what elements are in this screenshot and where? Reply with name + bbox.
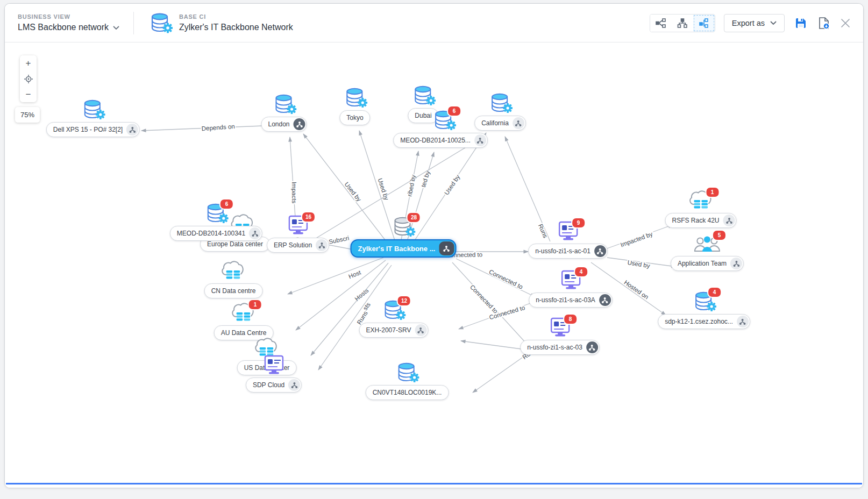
node-meod-db2014-10025[interactable]: 6MEOD-DB2014-10025... bbox=[393, 109, 488, 148]
node-london[interactable]: London bbox=[261, 92, 307, 132]
expand-relationships-button[interactable] bbox=[737, 316, 749, 327]
node-application-team[interactable]: 5Application Team bbox=[671, 233, 744, 271]
cloud-icon: 1 bbox=[230, 302, 257, 327]
base-ci-label: BASE CI bbox=[179, 13, 293, 20]
monitor-icon bbox=[261, 354, 286, 379]
node-label: Zylker's IT Backbone ... bbox=[358, 245, 439, 253]
node-label: CN Data centre bbox=[211, 287, 256, 295]
expand-relationships-button[interactable] bbox=[294, 118, 305, 130]
file-download-icon bbox=[818, 17, 830, 30]
node-erp-solution[interactable]: 16ERP Solution bbox=[267, 215, 329, 253]
save-icon bbox=[794, 17, 807, 30]
relationship-map-canvas[interactable]: Depends onImpactsUsed byUsed byribed byt… bbox=[5, 42, 863, 488]
expand-relationships-button[interactable] bbox=[730, 258, 742, 269]
database-icon bbox=[343, 86, 367, 112]
base-ci-title: Zylker's IT Backbone Network bbox=[179, 23, 293, 32]
export-image-button[interactable] bbox=[817, 16, 831, 31]
node-pill[interactable]: ERP Solution bbox=[267, 238, 329, 253]
node-exh-2007-srv[interactable]: 12EXH-2007-SRV bbox=[359, 298, 429, 338]
business-view-selector[interactable]: LMS Backbone network bbox=[18, 23, 119, 32]
node-pill[interactable]: EXH-2007-SRV bbox=[359, 323, 429, 338]
cloud-icon bbox=[220, 260, 247, 285]
node-label: Europe Data center bbox=[207, 240, 263, 248]
hierarchical-layout-icon[interactable] bbox=[672, 15, 693, 32]
export-as-label: Export as bbox=[732, 19, 765, 27]
expand-relationships-button[interactable] bbox=[594, 245, 606, 257]
zoom-in-button[interactable]: + bbox=[20, 55, 37, 71]
node-pill[interactable]: n-ussfo-zi1-s-ac-01 bbox=[528, 244, 608, 259]
database-icon bbox=[411, 84, 436, 110]
monitor-icon: 9 bbox=[556, 220, 580, 245]
node-pill[interactable]: CN Data centre bbox=[204, 283, 263, 298]
node-tokyo[interactable]: Tokyo bbox=[339, 86, 370, 125]
close-button[interactable] bbox=[839, 17, 851, 29]
node-pill[interactable]: CN0VT148LOC0019K... bbox=[366, 385, 449, 400]
save-button[interactable] bbox=[793, 16, 808, 31]
node-dell-xps-15[interactable]: Dell XPS 15 - PO# 32[2] bbox=[46, 98, 140, 137]
database-icon bbox=[488, 91, 513, 117]
node-sdp-cloud[interactable]: SDP Cloud bbox=[246, 354, 302, 393]
node-au-data-centre[interactable]: 1AU Data Centre bbox=[214, 302, 274, 340]
node-pill[interactable]: Zylker's IT Backbone ... bbox=[351, 239, 457, 258]
fit-to-screen-button[interactable] bbox=[20, 71, 37, 87]
expand-relationships-button[interactable] bbox=[513, 117, 524, 129]
node-pill[interactable]: MEOD-DB2014-10025... bbox=[393, 133, 488, 148]
node-pill[interactable]: RSFS Rack 42U bbox=[665, 213, 736, 228]
close-icon bbox=[841, 18, 850, 28]
expand-relationships-button[interactable] bbox=[415, 324, 426, 336]
node-cn0vt148loc0019k[interactable]: CN0VT148LOC0019K... bbox=[366, 361, 449, 400]
node-pill[interactable]: MEOD-DB2014-100341 bbox=[170, 226, 262, 241]
database-icon: 6 bbox=[204, 202, 229, 227]
node-n-ussfo-zi1-s-ac-03[interactable]: 8n-ussfo-zi1-s-ac-03 bbox=[520, 317, 600, 355]
header: BUSINESS VIEW LMS Backbone network bbox=[5, 4, 863, 42]
node-sdp-k12-1[interactable]: 4sdp-k12-1.csez.zohoc... bbox=[658, 290, 750, 329]
node-pill[interactable]: Dell XPS 15 - PO# 32[2] bbox=[46, 122, 140, 137]
bottom-accent-bar bbox=[6, 483, 862, 484]
business-view-value: LMS Backbone network bbox=[18, 23, 109, 32]
node-label: sdp-k12-1.csez.zohoc... bbox=[665, 318, 737, 325]
node-n-ussfo-zi1-s-ac-03a[interactable]: 4n-ussfo-zi1-s-ac-03A bbox=[529, 269, 613, 308]
node-pill[interactable]: sdp-k12-1.csez.zohoc... bbox=[658, 314, 750, 329]
expand-relationships-button[interactable] bbox=[586, 341, 598, 353]
force-directed-layout-icon[interactable] bbox=[650, 15, 672, 32]
node-label: California bbox=[481, 119, 513, 127]
node-label: RSFS Rack 42U bbox=[672, 217, 723, 224]
node-n-ussfo-zi1-s-ac-01[interactable]: 9n-ussfo-zi1-s-ac-01 bbox=[528, 220, 608, 259]
business-view-block: BUSINESS VIEW LMS Backbone network bbox=[18, 13, 119, 32]
node-label: SDP Cloud bbox=[253, 381, 288, 389]
node-zylker-it-backbone[interactable]: 28Zylker's IT Backbone ... bbox=[351, 215, 457, 258]
node-rsfs-rack-42u[interactable]: 1RSFS Rack 42U bbox=[665, 190, 736, 228]
node-label: n-ussfo-zi1-s-ac-03 bbox=[527, 344, 586, 351]
relationship-count-badge: 16 bbox=[301, 211, 316, 223]
node-pill[interactable]: SDP Cloud bbox=[246, 377, 302, 393]
zoom-level-indicator: 75% bbox=[15, 107, 40, 123]
zoom-out-button[interactable]: − bbox=[20, 87, 37, 102]
database-icon: 6 bbox=[431, 109, 456, 134]
node-pill[interactable]: n-ussfo-zi1-s-ac-03 bbox=[520, 340, 600, 355]
node-cn-data-centre[interactable]: CN Data centre bbox=[204, 260, 263, 298]
node-pill[interactable]: London bbox=[261, 117, 307, 132]
expand-relationships-button[interactable] bbox=[126, 124, 138, 136]
relationship-count-badge: 4 bbox=[707, 287, 722, 298]
node-pill[interactable]: California bbox=[474, 116, 526, 131]
expand-relationships-button[interactable] bbox=[439, 241, 454, 255]
zoom-panel: + − bbox=[20, 55, 37, 102]
node-pill[interactable]: Tokyo bbox=[339, 110, 370, 125]
expand-relationships-button[interactable] bbox=[316, 239, 328, 251]
expand-relationships-button[interactable] bbox=[474, 134, 486, 146]
database-icon bbox=[395, 361, 419, 387]
expand-relationships-button[interactable] bbox=[723, 215, 735, 226]
expand-relationships-button[interactable] bbox=[599, 294, 611, 306]
expand-relationships-button[interactable] bbox=[288, 379, 300, 391]
radial-layout-icon[interactable] bbox=[693, 15, 715, 32]
node-california[interactable]: California bbox=[474, 91, 526, 131]
node-meod-db2014-100341[interactable]: 6MEOD-DB2014-100341 bbox=[170, 202, 262, 241]
node-pill[interactable]: n-ussfo-zi1-s-ac-03A bbox=[529, 293, 613, 308]
expand-relationships-button[interactable] bbox=[249, 227, 261, 239]
database-icon bbox=[81, 98, 105, 124]
cloud-icon: 1 bbox=[687, 190, 714, 215]
relationship-count-badge: 1 bbox=[248, 299, 262, 310]
node-label: n-ussfo-zi1-s-ac-01 bbox=[535, 247, 594, 255]
node-pill[interactable]: Application Team bbox=[671, 256, 744, 271]
export-as-button[interactable]: Export as bbox=[724, 14, 785, 32]
